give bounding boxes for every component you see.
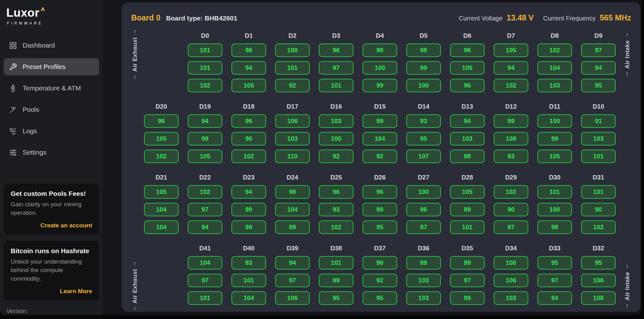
chip-cell: 94 — [494, 61, 528, 75]
chip-cell: 91 — [581, 114, 616, 128]
chip-cell: 97 — [188, 203, 222, 216]
sidebar-item-settings[interactable]: Settings — [4, 144, 99, 161]
chip-cell: 106 — [275, 114, 310, 128]
chip-cell: 105 — [188, 150, 222, 163]
promo-cards: Get custom Pools Fees! Gain clarity on y… — [4, 184, 99, 307]
chip-cell: 103 — [537, 79, 572, 92]
stat-label: Current Voltage — [459, 15, 502, 22]
air-exhaust-label-top: ↑Air Exhaust↑ — [131, 30, 138, 79]
chip-cell: 105 — [537, 150, 572, 163]
die-column-d18: D189696102 — [231, 103, 266, 163]
chip-cell: 99 — [450, 291, 485, 305]
die-label: D31 — [581, 174, 616, 181]
die-column-d7: D710594102 — [494, 32, 528, 92]
board-stats: Current Voltage 13.48 V Current Frequenc… — [459, 13, 631, 22]
die-column-d22: D221029794 — [188, 174, 222, 234]
promo-card-body: Unlock your understanding behind the com… — [11, 257, 92, 283]
up-arrow-icon: ↑ — [133, 28, 136, 35]
chip-cell: 99 — [406, 61, 441, 75]
die-column-d26: D26969995 — [363, 174, 397, 234]
sidebar-item-logs[interactable]: Logs — [4, 122, 99, 140]
die-label: D5 — [406, 32, 441, 39]
chip-cell: 97 — [188, 274, 222, 287]
chip-cell: 92 — [275, 79, 310, 92]
chip-cell: 101 — [188, 61, 222, 75]
chip-cell: 101 — [319, 256, 353, 270]
sidebar-item-temperature-atm[interactable]: Temperature & ATM — [4, 80, 99, 97]
chip-cell: 95 — [406, 132, 441, 145]
stat-value: 13.48 V — [507, 13, 534, 22]
chip-cell: 90 — [494, 203, 528, 216]
die-column-d16: D1610310092 — [319, 103, 353, 163]
die-label: D0 — [188, 32, 222, 39]
chip-cell: 102 — [537, 43, 572, 57]
die-column-d33: D33959794 — [537, 244, 572, 305]
sidebar-item-dashboard[interactable]: Dashboard — [4, 37, 99, 54]
chip-cell: 100 — [275, 43, 310, 57]
die-label: D29 — [494, 174, 528, 181]
chip-cell: 101 — [275, 61, 310, 75]
chip-cell: 102 — [319, 220, 353, 234]
chip-cell: 106 — [494, 274, 528, 287]
create-account-link[interactable]: Create an account — [11, 222, 92, 229]
chip-group: D21105104104D221029794D23949999D24981048… — [144, 174, 616, 234]
chip-cell: 106 — [275, 291, 310, 305]
version-info: Version: LUXminer 2025.10.15.191043-09a9… — [4, 307, 99, 315]
chip-cell: 94 — [231, 185, 266, 199]
die-label: D23 — [231, 174, 266, 181]
die-column-d28: D2810599101 — [450, 174, 485, 234]
chip-cell: 104 — [537, 61, 572, 75]
die-column-d10: D1091103101 — [581, 103, 616, 163]
sidebar-item-label: Logs — [23, 127, 37, 135]
chip-cell: 94 — [450, 114, 485, 128]
chip-cell: 94 — [188, 220, 222, 234]
stat-label: Current Frequency — [543, 15, 596, 22]
chip-cell: 94 — [537, 291, 572, 305]
sidebar-item-label: Pools — [23, 106, 39, 113]
die-column-d19: D199499105 — [188, 103, 222, 163]
die-column-d31: D3110190102 — [581, 174, 616, 234]
die-label: D9 — [581, 32, 616, 39]
die-column-d20: D2096105102 — [144, 103, 179, 163]
chip-cell: 101 — [319, 79, 353, 92]
chip-cell: 96 — [450, 79, 485, 92]
die-column-d0: D0101101102 — [188, 32, 222, 92]
chip-cell: 103 — [275, 132, 310, 145]
chip-cell: 100 — [406, 79, 441, 92]
app-window: Luxor FIRMWARE Dashboard Preset Profiles… — [0, 0, 641, 315]
die-column-d12: D129910893 — [494, 103, 528, 163]
chip-cell: 98 — [450, 150, 485, 163]
logs-icon — [9, 127, 17, 135]
die-column-d2: D210010192 — [275, 32, 310, 92]
die-label: D12 — [494, 103, 528, 110]
chip-cell: 102 — [188, 79, 222, 92]
chip-cell: 102 — [188, 185, 222, 199]
sidebar-nav: Dashboard Preset Profiles Temperature & … — [4, 37, 99, 165]
up-arrow-icon: ↑ — [626, 31, 629, 38]
die-label: D16 — [319, 103, 353, 110]
chip-cell: 96 — [363, 185, 397, 199]
chip-cell: 105 — [450, 185, 485, 199]
sidebar-item-label: Temperature & ATM — [23, 84, 81, 92]
chip-cell: 107 — [406, 150, 441, 163]
die-column-d23: D23949999 — [231, 174, 266, 234]
chip-cell: 105 — [144, 132, 179, 145]
chip-cell: 94 — [188, 114, 222, 128]
chip-cell: 90 — [363, 256, 397, 270]
die-label: D1 — [231, 32, 266, 39]
chip-cell: 99 — [231, 220, 266, 234]
chip-cell: 100 — [319, 132, 353, 145]
learn-more-link[interactable]: Learn More — [11, 288, 92, 295]
version-label: Version: — [6, 307, 97, 315]
die-column-d35: D35999799 — [450, 244, 485, 305]
sidebar: Luxor FIRMWARE Dashboard Preset Profiles… — [0, 0, 103, 315]
die-column-d38: D381019995 — [319, 244, 353, 305]
sidebar-item-pools[interactable]: Pools — [4, 101, 99, 118]
sidebar-item-preset-profiles[interactable]: Preset Profiles — [4, 58, 99, 75]
chip-cell: 97 — [581, 43, 616, 57]
die-column-d14: D149395107 — [406, 103, 441, 163]
die-label: D40 — [231, 244, 266, 252]
die-label: D10 — [581, 103, 616, 110]
sidebar-item-label: Settings — [23, 149, 47, 156]
chip-cell: 96 — [319, 43, 353, 57]
